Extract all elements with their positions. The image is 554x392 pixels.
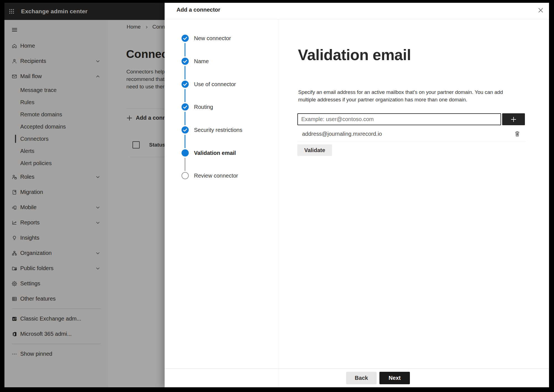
close-icon [537, 7, 544, 14]
step-description-line: multiple addresses if your partner organ… [298, 96, 503, 103]
step-description-line: Specify an email address for an active m… [298, 88, 503, 96]
close-button[interactable] [535, 5, 546, 16]
wizard-step-connector-line [185, 135, 185, 148]
wizard-step-connector-line [185, 66, 185, 80]
wizard-step-connector-line [185, 89, 185, 102]
wizard-step-circle-completed[interactable] [182, 126, 189, 134]
delete-address-button[interactable] [513, 130, 521, 138]
wizard-step-connector-line [185, 43, 185, 57]
exchange-admin-app: Exchange admin center HomeRecipientsMail… [4, 3, 549, 387]
address-list-divider [297, 142, 526, 142]
panel-footer-divider [165, 368, 549, 369]
step-heading: Validation email [298, 46, 411, 64]
validation-address-value: address@journaling.mxrecord.io [302, 130, 382, 138]
wizard-steps: New connectorNameUse of connectorRouting… [165, 3, 279, 387]
validation-email-input[interactable] [297, 113, 501, 125]
next-button[interactable]: Next [379, 372, 410, 384]
wizard-step-circle-completed[interactable] [182, 58, 189, 65]
wizard-step-circle-pending[interactable] [182, 172, 189, 179]
wizard-step-circle-completed[interactable] [182, 81, 189, 88]
trash-icon [514, 131, 520, 137]
wizard-step-label[interactable]: Name [194, 57, 209, 65]
wizard-step-label[interactable]: Validation email [194, 149, 236, 157]
wizard-step-label[interactable]: Security restrictions [194, 126, 242, 134]
wizard-step-circle-completed[interactable] [182, 35, 189, 42]
wizard-step-circle-completed[interactable] [182, 103, 189, 111]
wizard-step-connector-line [185, 112, 185, 125]
plus-icon [510, 116, 517, 123]
add-connector-panel: Add a connector New connectorNameUse of … [165, 3, 549, 387]
wizard-step-connector-line [185, 158, 185, 171]
wizard-step-label[interactable]: Use of connector [194, 80, 236, 88]
step-description: Specify an email address for an active m… [298, 88, 503, 103]
validate-button[interactable]: Validate [297, 144, 332, 156]
wizard-step-circle-current[interactable] [182, 149, 189, 157]
wizard-step-label[interactable]: Routing [194, 103, 213, 111]
steps-content-divider [279, 19, 279, 387]
add-address-button[interactable] [502, 113, 525, 125]
wizard-step-label[interactable]: New connector [194, 34, 231, 42]
wizard-step-label[interactable]: Review connector [194, 172, 238, 180]
back-button[interactable]: Back [346, 372, 377, 384]
